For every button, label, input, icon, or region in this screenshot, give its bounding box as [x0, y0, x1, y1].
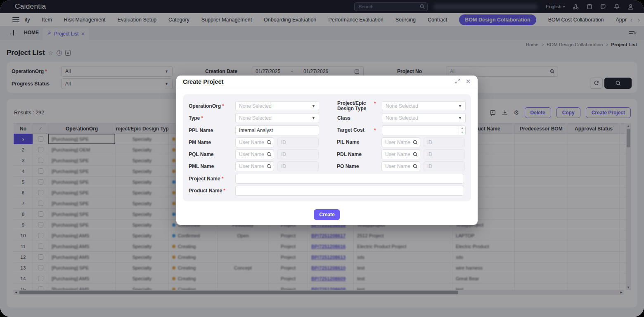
- close-dialog-icon[interactable]: ✕: [466, 78, 471, 85]
- pml-name-user-field[interactable]: [235, 161, 274, 171]
- pml-name-id-input[interactable]: [277, 161, 319, 171]
- expand-dialog-icon[interactable]: [455, 78, 460, 85]
- pm-name-id-input[interactable]: [277, 137, 319, 147]
- type-select[interactable]: None Selected▼: [235, 113, 319, 123]
- pdl-name-user-field[interactable]: [381, 149, 420, 159]
- operation-org-dialog-select[interactable]: None Selected▼: [235, 101, 319, 111]
- po-name-id-input[interactable]: [424, 161, 465, 171]
- project-name-input[interactable]: [235, 174, 464, 184]
- field-label: PML Name: [189, 163, 235, 169]
- product-name-input[interactable]: [235, 186, 464, 196]
- pql-name-user-field[interactable]: [235, 149, 274, 159]
- pm-name-user-field[interactable]: [235, 137, 274, 147]
- ppl-name-input[interactable]: [235, 125, 319, 135]
- field-label-project-name: Project Name*: [189, 176, 235, 182]
- number-spinner[interactable]: ▲▼: [459, 126, 465, 135]
- pil-name-user-field[interactable]: [381, 137, 420, 147]
- field-label-operation-org: OperationOrg*: [189, 103, 235, 109]
- pil-name-id-input[interactable]: [424, 137, 465, 147]
- app-window: Caidentia English ▾ ityItemRisk Manageme…: [0, 0, 644, 317]
- field-label-product-name: Product Name*: [189, 188, 235, 194]
- design-type-select[interactable]: None Selected▼: [382, 101, 466, 111]
- target-cost-input[interactable]: [382, 125, 466, 135]
- field-label: PIL Name: [337, 140, 381, 145]
- create-project-dialog: Create Project ✕ OperationOrg* None Sele…: [176, 76, 478, 225]
- field-label: PO Name: [337, 164, 381, 169]
- pql-name-id-input[interactable]: [277, 149, 319, 159]
- field-label: PDL Name: [337, 152, 381, 157]
- field-label-ppl-name: PPL Name: [189, 128, 235, 133]
- field-label-type: Type*: [189, 115, 235, 121]
- po-name-user-field[interactable]: [381, 161, 420, 171]
- dialog-form: OperationOrg* None Selected▼ Project/Epi…: [183, 94, 471, 201]
- pdl-name-id-input[interactable]: [424, 149, 465, 159]
- target-cost-field[interactable]: ▲▼: [382, 125, 466, 135]
- create-submit-button[interactable]: Create: [314, 209, 340, 220]
- dialog-title: Create Project: [183, 78, 223, 85]
- field-label: PQL Name: [189, 151, 235, 157]
- field-label-class: Class: [337, 116, 382, 121]
- field-label-target-cost: Target Cost*: [337, 128, 382, 133]
- spinner-down-icon: ▼: [459, 130, 465, 135]
- field-label-design-type: Project/Epic Design Type*: [337, 101, 382, 111]
- class-select[interactable]: None Selected▼: [382, 113, 466, 123]
- spinner-up-icon: ▲: [459, 126, 465, 130]
- field-label: PM Name: [189, 140, 235, 145]
